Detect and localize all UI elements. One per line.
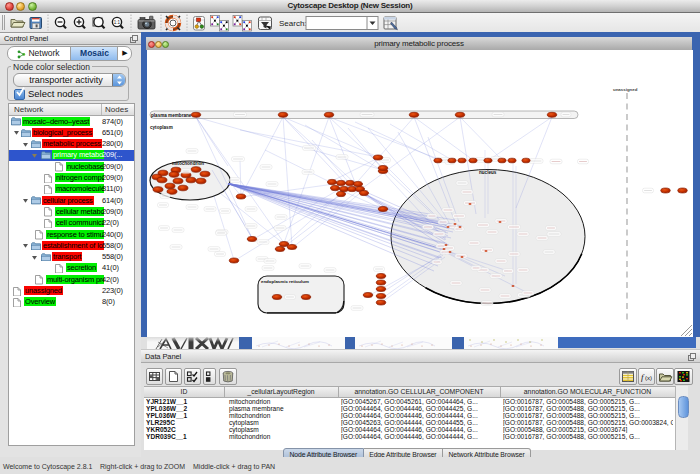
- svg-text:Search:: Search:: [279, 19, 307, 28]
- svg-text:(x): (x): [645, 375, 652, 381]
- svg-text:1:1: 1:1: [114, 20, 121, 25]
- svg-text:mitochondrion: mitochondrion: [172, 161, 204, 166]
- svg-text:unassigned: unassigned: [613, 87, 638, 92]
- svg-text:plasma membrane: plasma membrane: [151, 113, 192, 118]
- svg-text:endoplasmic reticulum: endoplasmic reticulum: [261, 279, 309, 284]
- svg-text:cytoplasm: cytoplasm: [150, 125, 173, 130]
